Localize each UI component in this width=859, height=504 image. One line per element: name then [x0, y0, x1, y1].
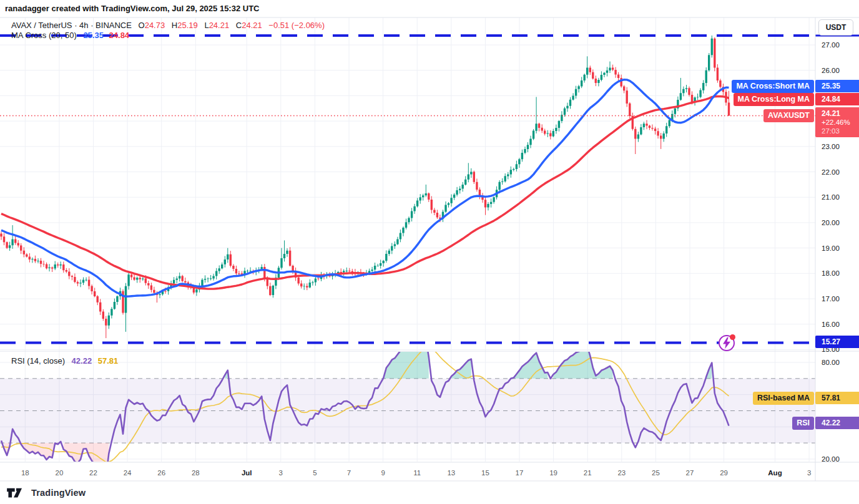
- change-value: −0.51 (−2.06%): [268, 21, 325, 30]
- time-tick-label: 24: [124, 469, 132, 477]
- time-tick-label: 7: [347, 469, 351, 477]
- price-tick-label: 23.00: [822, 143, 840, 150]
- time-tick-label: 3: [807, 469, 811, 477]
- alert-icon[interactable]: [719, 335, 735, 351]
- chart-canvas[interactable]: 27.0026.0025.0024.0023.0022.0021.0020.00…: [0, 0, 859, 487]
- rsi-legend: RSI (14, close) 42.22 57.81: [11, 356, 118, 366]
- alert-dot: [730, 334, 735, 340]
- close-label: C: [236, 21, 242, 30]
- time-tick-label: 18: [21, 469, 29, 477]
- price-tick-label: 18.00: [822, 269, 840, 277]
- high-label: H: [172, 21, 177, 30]
- time-tick-label: 11: [413, 469, 421, 477]
- rsi-tick-label: 80.00: [822, 359, 840, 366]
- footer: TradingView: [6, 487, 86, 498]
- short-ma-float-label: MA Cross:Short MA: [732, 80, 814, 93]
- price-tick-label: 16.00: [822, 321, 840, 328]
- open-label: O: [139, 21, 145, 30]
- support-axis-price: 15.27: [815, 336, 859, 348]
- time-tick-label: 20: [56, 469, 64, 477]
- tradingview-chart-screenshot: ranadagger created with TradingView.com,…: [0, 0, 859, 504]
- time-tick-label: 22: [89, 469, 97, 477]
- price-pane[interactable]: [0, 36, 730, 338]
- rsi-tick-label: 20.00: [822, 455, 840, 463]
- main-legend: AVAX / TetherUS · 4h · BINANCE O24.73 H2…: [11, 21, 325, 41]
- short-ma-axis-price: 25.35: [815, 80, 859, 92]
- price-tick-label: 17.00: [822, 295, 840, 303]
- time-tick-label: 13: [447, 469, 455, 477]
- long-ma-axis-price: 24.84: [815, 93, 859, 105]
- time-tick-label: 21: [584, 469, 592, 477]
- rsi-float-label: RSI: [792, 417, 814, 430]
- open-value: 24.73: [145, 21, 165, 30]
- ma-long-value: 24.84: [109, 31, 130, 40]
- low-label: L: [204, 21, 209, 30]
- time-tick-label: 17: [516, 469, 524, 477]
- candle-bodies-up: [9, 39, 713, 326]
- candle-countdown: 27:03: [822, 127, 859, 135]
- time-tick-label: 25: [652, 469, 660, 477]
- time-tick-label: 28: [192, 469, 200, 477]
- rsi-ma-axis-value: 57.81: [815, 392, 859, 404]
- long-ma-float-label: MA Cross:Long MA: [734, 93, 815, 106]
- symbol-legend-row: AVAX / TetherUS · 4h · BINANCE O24.73 H2…: [11, 21, 325, 31]
- time-tick-label: Aug: [768, 469, 782, 477]
- time-tick-label: 15: [481, 469, 489, 477]
- time-axis[interactable]: 182022242628Jul357911131517192123252729A…: [21, 469, 811, 477]
- last-price-axis-box: 24.21 +22.46% 27:03: [815, 107, 859, 137]
- high-value: 25.19: [177, 21, 198, 30]
- price-tick-label: 20.00: [822, 219, 840, 226]
- close-value: 24.21: [242, 21, 262, 30]
- currency-unit-button[interactable]: USDT: [818, 19, 853, 36]
- time-tick-label: 9: [381, 469, 385, 477]
- rsi-title: RSI (14, close): [11, 356, 65, 366]
- symbol-title: AVAX / TetherUS · 4h · BINANCE: [11, 21, 132, 30]
- ma-short-value: 25.35: [83, 31, 104, 40]
- time-tick-label: 23: [617, 469, 626, 477]
- candle-wicks-down: [1, 37, 729, 338]
- ma-long-line: [1, 97, 729, 289]
- rsi-pane[interactable]: [0, 339, 815, 477]
- price-tick-label: 26.00: [822, 67, 840, 74]
- candle-wicks-up: [10, 36, 712, 332]
- price-tick-label: 19.00: [822, 245, 840, 252]
- time-tick-label: 29: [720, 469, 728, 477]
- symbol-float-label: AVAXUSDT: [763, 109, 814, 122]
- time-tick-label: Jul: [242, 469, 252, 477]
- last-price-change-pct: +22.46%: [822, 118, 859, 127]
- last-price-value: 24.21: [822, 109, 859, 118]
- rsi-axis-value: 42.22: [815, 417, 859, 429]
- low-value: 24.21: [209, 21, 230, 30]
- price-tick-label: 22.00: [822, 168, 840, 176]
- time-tick-label: 3: [279, 469, 283, 477]
- time-tick-label: 19: [549, 469, 557, 477]
- ma-cross-legend-row: MA Cross (20, 50) 25.35 24.84: [11, 31, 325, 41]
- tradingview-logo-text[interactable]: TradingView: [31, 488, 86, 498]
- time-tick-label: 27: [686, 469, 694, 477]
- price-tick-label: 27.00: [822, 41, 840, 49]
- time-tick-label: 26: [157, 469, 165, 477]
- ma-cross-title: MA Cross (20, 50): [11, 31, 77, 40]
- rsi-ma-value: 57.81: [98, 356, 119, 366]
- tradingview-logo-icon: [6, 487, 27, 498]
- rsi-ma-float-label: RSI-based MA: [753, 392, 814, 405]
- rsi-value: 42.22: [72, 356, 92, 366]
- price-tick-label: 21.00: [822, 193, 840, 201]
- time-tick-label: 5: [313, 469, 317, 477]
